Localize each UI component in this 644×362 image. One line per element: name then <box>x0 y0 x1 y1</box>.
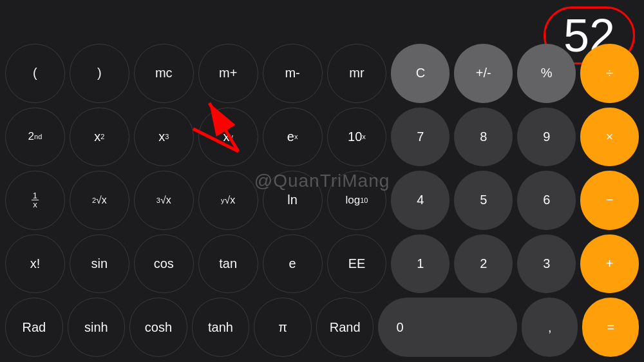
log10-button[interactable]: log10 <box>327 171 387 230</box>
cosh-button[interactable]: cosh <box>129 298 187 357</box>
8-button[interactable]: 8 <box>454 108 513 167</box>
row-1: ( ) mc m+ m- mr C +/- % ÷ <box>5 44 639 103</box>
mminus-button[interactable]: m- <box>263 44 323 103</box>
9-button[interactable]: 9 <box>517 108 576 167</box>
1overx-button[interactable]: 1x <box>5 171 65 230</box>
close-paren-button[interactable]: ) <box>70 44 129 103</box>
EE-button[interactable]: EE <box>327 234 387 294</box>
sqrt3-button[interactable]: 3√x <box>134 171 194 230</box>
5-button[interactable]: 5 <box>454 171 513 230</box>
buttons-area: ( ) mc m+ m- mr C +/- % ÷ 2nd x2 x3 xy e… <box>5 44 639 357</box>
4-button[interactable]: 4 <box>391 171 450 230</box>
row-2: 2nd x2 x3 xy ex 10x 7 8 9 × <box>5 108 639 167</box>
tan-button[interactable]: tan <box>198 234 258 294</box>
plusminus-button[interactable]: +/- <box>454 44 513 103</box>
equals-button[interactable]: = <box>582 298 639 357</box>
0-button[interactable]: 0 <box>378 298 516 357</box>
ex-button[interactable]: ex <box>263 108 323 167</box>
clear-button[interactable]: C <box>391 44 450 103</box>
xsquared-button[interactable]: x2 <box>70 108 129 167</box>
pi-button[interactable]: π <box>254 298 312 357</box>
tanh-button[interactable]: tanh <box>192 298 250 357</box>
calculator: 52 @QuanTriMang ( ) mc m+ m- mr C +/- % … <box>0 0 644 362</box>
row-5: Rad sinh cosh tanh π Rand 0 , = <box>5 298 639 357</box>
mplus-button[interactable]: m+ <box>198 44 258 103</box>
2-button[interactable]: 2 <box>454 234 513 294</box>
cos-button[interactable]: cos <box>134 234 194 294</box>
sinh-button[interactable]: sinh <box>68 298 126 357</box>
multiply-button[interactable]: × <box>580 108 639 167</box>
sin-button[interactable]: sin <box>70 234 129 294</box>
xfact-button[interactable]: x! <box>5 234 65 294</box>
xy-button[interactable]: xy <box>198 108 258 167</box>
sqrt2-button[interactable]: 2√x <box>70 171 129 230</box>
comma-button[interactable]: , <box>522 298 578 357</box>
e-button[interactable]: e <box>263 234 323 294</box>
percent-button[interactable]: % <box>517 44 576 103</box>
mr-button[interactable]: mr <box>327 44 387 103</box>
6-button[interactable]: 6 <box>517 171 576 230</box>
rand-button[interactable]: Rand <box>316 298 374 357</box>
divide-button[interactable]: ÷ <box>580 44 639 103</box>
10x-button[interactable]: 10x <box>327 108 387 167</box>
open-paren-button[interactable]: ( <box>5 44 65 103</box>
3-button[interactable]: 3 <box>517 234 576 294</box>
2nd-button[interactable]: 2nd <box>5 108 65 167</box>
7-button[interactable]: 7 <box>391 108 450 167</box>
minus-button[interactable]: − <box>580 171 639 230</box>
ln-button[interactable]: ln <box>263 171 323 230</box>
sqrty-button[interactable]: y√x <box>198 171 258 230</box>
rad-button[interactable]: Rad <box>5 298 63 357</box>
mc-button[interactable]: mc <box>134 44 194 103</box>
plus-button[interactable]: + <box>580 234 639 294</box>
1-button[interactable]: 1 <box>391 234 450 294</box>
row-3: 1x 2√x 3√x y√x ln log10 4 5 6 − <box>5 171 639 230</box>
row-4: x! sin cos tan e EE 1 2 3 + <box>5 234 639 294</box>
xcubed-button[interactable]: x3 <box>134 108 194 167</box>
